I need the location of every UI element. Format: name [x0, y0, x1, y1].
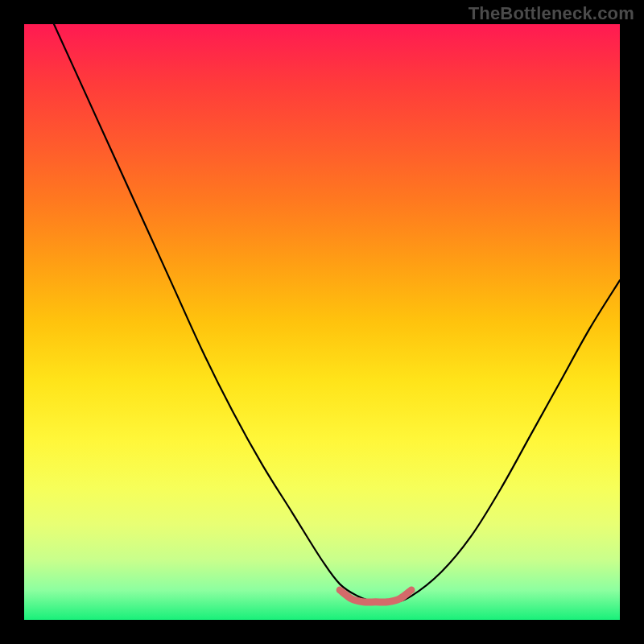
curve-svg	[24, 24, 620, 620]
main-curve-path	[54, 24, 620, 603]
watermark-text: TheBottleneck.com	[469, 3, 634, 24]
plot-area	[24, 24, 620, 620]
chart-frame: TheBottleneck.com	[0, 0, 644, 644]
